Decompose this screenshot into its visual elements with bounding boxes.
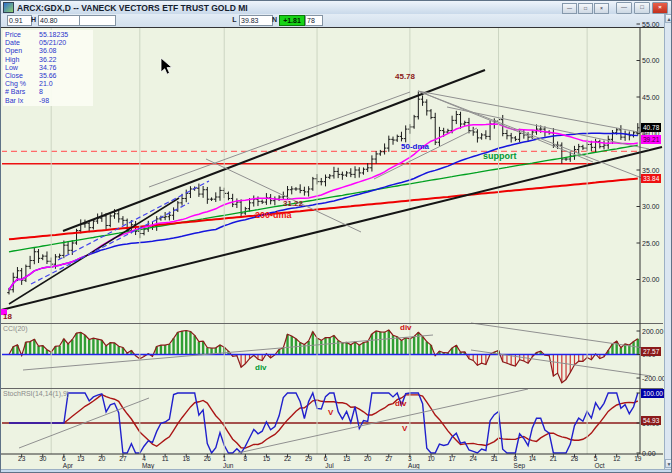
x-tick-label: 29 bbox=[305, 456, 312, 463]
vertical-scrollbar[interactable]: ▲ ▼ bbox=[664, 14, 672, 469]
x-tick-label: 31 bbox=[491, 456, 498, 463]
price-chart-area[interactable] bbox=[1, 27, 640, 323]
chart-annotation: support bbox=[483, 152, 517, 161]
quote-value-box[interactable]: 40.80 bbox=[38, 15, 81, 26]
data-tip-label: Bar Ix bbox=[5, 97, 39, 105]
cci-axis-tick: 200.00 bbox=[642, 328, 663, 335]
cci-axis-tick: -200.00 bbox=[642, 375, 666, 382]
data-tip-row: Date05/21/20 bbox=[5, 39, 91, 47]
price-axis-tick: 35.00 bbox=[642, 167, 660, 174]
window-title: ARCX:GDX,D -- VANECK VECTORS ETF TRUST G… bbox=[17, 3, 248, 13]
quote-field-label: L bbox=[231, 15, 238, 24]
data-tip-row: Price55.18235 bbox=[5, 31, 91, 39]
data-tip-row: Open36.08 bbox=[5, 47, 91, 55]
x-tick-label: 14 bbox=[529, 456, 536, 463]
cci-panel-label: CCI(20) bbox=[3, 325, 28, 332]
data-tip-value: -98 bbox=[39, 97, 49, 105]
app-icon bbox=[3, 2, 14, 13]
chart-annotation: 18 bbox=[3, 313, 12, 321]
x-tick-label: 19 bbox=[634, 456, 641, 463]
data-tip-value: 35.66 bbox=[39, 72, 57, 80]
last-price-badge: 40.78 bbox=[641, 123, 661, 132]
quote-toolbar: 0.91H40.80L39.83N+1.8178 bbox=[1, 14, 672, 28]
quote-value-box[interactable]: 39.83 bbox=[239, 15, 273, 26]
data-tip-label: High bbox=[5, 56, 39, 64]
data-tip-label: Close bbox=[5, 72, 39, 80]
scroll-up-icon[interactable]: ▲ bbox=[665, 14, 672, 23]
data-tip-row: Bar Ix-98 bbox=[5, 97, 91, 105]
data-tip-row: Chg %21.0 bbox=[5, 80, 91, 88]
x-tick-label: 20 bbox=[98, 456, 105, 463]
x-tick-label: 27 bbox=[119, 456, 126, 463]
data-tip-label: Chg % bbox=[5, 80, 39, 88]
price-axis-tick: 20.00 bbox=[642, 276, 660, 283]
data-tip-value: 55.18235 bbox=[39, 31, 68, 39]
window-bottom-border bbox=[1, 469, 672, 473]
data-tip-row: High36.22 bbox=[5, 56, 91, 64]
quote-value-box[interactable]: 0.91 bbox=[7, 15, 32, 26]
signal-value-badge: 54.93 bbox=[641, 416, 661, 425]
scroll-down-icon[interactable]: ▼ bbox=[665, 459, 672, 468]
mdi-close-button[interactable]: × bbox=[594, 3, 609, 14]
data-tip-value: 36.08 bbox=[39, 47, 57, 55]
ma200-value-badge: 33.84 bbox=[641, 174, 661, 183]
x-tick-label: 12 bbox=[613, 456, 620, 463]
chart-annotation: div bbox=[400, 324, 412, 332]
data-tip-label: Open bbox=[5, 47, 39, 55]
x-tick-label: 28 bbox=[571, 456, 578, 463]
cci-panel-area[interactable] bbox=[1, 324, 640, 388]
data-tip-value: 36.22 bbox=[39, 56, 57, 64]
chart-annotation: V bbox=[402, 425, 407, 433]
data-tip-value: 34.76 bbox=[39, 64, 57, 72]
mdi-button-group: — □ × bbox=[562, 3, 609, 14]
stochrsi-panel-label: StochRSI(14,14(1),9) bbox=[3, 390, 69, 397]
x-tick-label: 27 bbox=[385, 456, 392, 463]
x-tick-label: 24 bbox=[470, 456, 477, 463]
chart-annotation: V bbox=[328, 409, 333, 417]
chart-annotation: 200-dma bbox=[255, 211, 292, 220]
data-tip-value: 05/21/20 bbox=[39, 39, 66, 47]
ma20-value-badge: 39.21 bbox=[641, 135, 661, 144]
quote-field-label: H bbox=[30, 15, 37, 24]
data-tip-row: # Bars8 bbox=[5, 88, 91, 96]
x-tick-label: 8 bbox=[244, 456, 248, 463]
data-tip-value: 8 bbox=[39, 88, 43, 96]
price-axis-tick: 25.00 bbox=[642, 240, 660, 247]
x-tick-label: 30 bbox=[39, 456, 46, 463]
stochrsi-value-badge: 100.00 bbox=[641, 389, 665, 398]
chart-annotation: div bbox=[255, 364, 267, 372]
chart-annotation: 45.78 bbox=[395, 73, 415, 81]
minimize-button[interactable]: — bbox=[616, 2, 632, 14]
maximize-button[interactable]: □ bbox=[634, 2, 650, 14]
x-tick-label: 20 bbox=[364, 456, 371, 463]
quote-value-box[interactable]: +1.81 bbox=[279, 15, 305, 26]
quote-value-box[interactable] bbox=[79, 15, 116, 26]
price-axis-tick: 50.00 bbox=[642, 57, 660, 64]
x-tick-label: 11 bbox=[162, 456, 169, 463]
quote-field-label: N bbox=[271, 15, 278, 24]
cci-value-badge: 27.57 bbox=[641, 347, 661, 356]
data-tip-row: Close35.66 bbox=[5, 72, 91, 80]
data-tip-value: 21.0 bbox=[39, 80, 53, 88]
window-button-group: — □ × bbox=[616, 2, 668, 14]
quote-value-box[interactable]: 78 bbox=[305, 15, 323, 26]
chart-annotation: 31.22 bbox=[283, 200, 303, 208]
x-tick-label: 26 bbox=[204, 456, 211, 463]
close-button[interactable]: × bbox=[652, 2, 668, 14]
x-tick-label: 17 bbox=[448, 456, 455, 463]
data-tip-label: # Bars bbox=[5, 88, 39, 96]
price-axis-tick: 30.00 bbox=[642, 203, 660, 210]
price-axis-tick: 55.00 bbox=[642, 21, 660, 28]
x-tick-label: 10 bbox=[427, 456, 434, 463]
data-tip-label: Date bbox=[5, 39, 39, 47]
stochrsi-panel-area[interactable] bbox=[1, 389, 640, 454]
x-tick-label: 15 bbox=[263, 456, 270, 463]
stochrsi-axis-tick: 0.00 bbox=[642, 450, 656, 457]
x-tick-label: 21 bbox=[550, 456, 557, 463]
x-tick-label: 18 bbox=[183, 456, 190, 463]
mdi-minimize-button[interactable]: — bbox=[562, 3, 577, 14]
mdi-restore-button[interactable]: □ bbox=[578, 3, 593, 14]
price-axis-tick: 45.00 bbox=[642, 94, 660, 101]
data-tip-label: Price bbox=[5, 31, 39, 39]
x-tick-label: 13 bbox=[343, 456, 350, 463]
